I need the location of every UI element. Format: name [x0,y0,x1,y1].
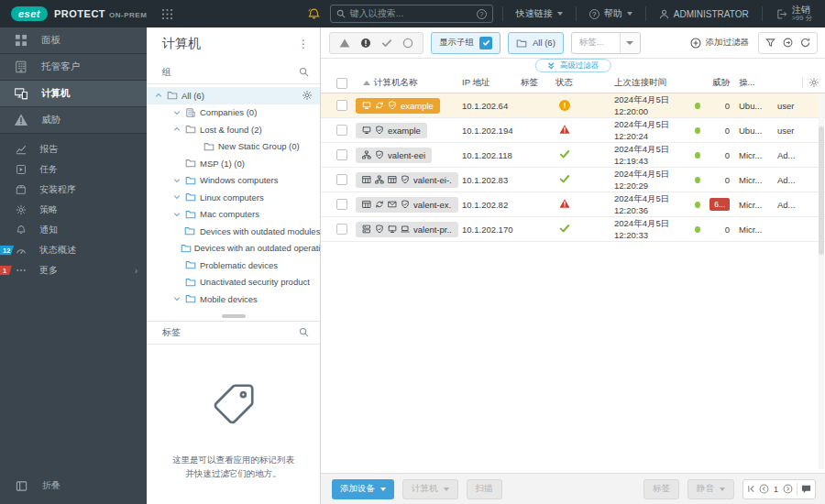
next-page-icon[interactable] [783,484,793,494]
sidebar-item-通知[interactable]: 通知 [0,220,147,240]
row-checkbox[interactable] [336,100,347,111]
prev-page-icon[interactable] [759,484,769,494]
notifications-bell-icon[interactable] [307,7,321,21]
column-os[interactable]: 操... [730,77,772,89]
computer-name-pill[interactable]: valent-ei-... [356,172,458,188]
table-row[interactable]: example10.1.202.1942024年4月5日 12:20:240Ub… [321,118,825,143]
status-warning-icon: ! [559,100,570,111]
caret-down-icon[interactable] [170,177,183,184]
check-icon[interactable] [381,38,392,49]
sidebar-item-计算机[interactable]: 计算机 [0,81,147,107]
computer-name-pill[interactable]: example [356,98,440,114]
group-filter-button[interactable]: All (6) [508,32,564,54]
table-row[interactable]: valent-ei-...10.1.202.832024年4月5日 12:20:… [321,168,825,192]
tree-item[interactable]: Mobile devices [147,290,320,308]
column-status[interactable]: 状态 [556,77,605,89]
sidebar-item-安装程序[interactable]: 安装程序 [0,180,147,200]
first-page-icon[interactable] [747,485,755,493]
tags-filter-select[interactable]: 标签... [571,32,641,54]
logout-button[interactable]: 注销 >99 分 [772,5,816,22]
refresh-icon[interactable] [800,38,810,48]
checkbox-checked-icon[interactable] [479,37,492,49]
global-search-input[interactable]: 键入以搜索... ? [330,5,493,23]
warning-triangle-icon[interactable] [339,38,350,49]
column-settings-gear-icon[interactable] [802,77,820,88]
tree-item[interactable]: MSP (1) (0) [147,155,320,172]
table-row[interactable]: valent-eei10.1.202.1182024年4月5日 12:19:43… [321,143,825,168]
tree-item[interactable]: Mac computers [147,206,320,224]
caret-down-icon[interactable] [170,193,183,201]
group-search-icon[interactable] [299,67,309,77]
circle-icon[interactable] [402,38,413,49]
row-checkbox[interactable] [336,199,347,210]
sidebar-item-策略[interactable]: 策略 [0,200,147,220]
row-checkbox[interactable] [336,149,347,160]
sidebar-item-托管客户[interactable]: 托管客户 [0,54,147,81]
column-last-connected[interactable]: 上次连接时间 [605,77,700,89]
dropdown-arrow-icon[interactable] [620,33,640,53]
tree-item[interactable]: Lost & found (2) [147,121,320,138]
table-row[interactable]: example10.1.202.64!2024年4月5日 12:20:000Ub… [321,93,825,118]
scan-button[interactable]: 扫描 [467,479,502,499]
user-menu[interactable]: ADMINISTRATOR [655,9,753,19]
tree-item[interactable]: Devices with outdated modules [147,223,320,240]
logged-user: user [772,101,807,111]
quick-links-menu[interactable]: 快速链接 [512,7,566,20]
sidebar-item-状态概述[interactable]: 12状态概述 [0,240,147,260]
add-device-label: 添加设备 [340,483,375,495]
tree-item[interactable]: Windows computers [147,172,320,190]
caret-down-icon[interactable] [170,211,183,218]
add-device-button[interactable]: 添加设备 [332,479,394,499]
help-menu[interactable]: ? 帮助 [586,7,636,20]
show-subgroups-toggle[interactable]: 显示子组 [431,32,500,54]
alert-circle-icon[interactable] [360,38,371,49]
computer-name-pill[interactable]: valent-pr... [356,222,458,237]
sidebar-item-更多[interactable]: 1更多› [0,260,147,280]
filter-presets-icon[interactable] [765,38,776,48]
tags-button[interactable]: 标签 [644,479,679,499]
column-threats[interactable]: 威胁 [700,77,730,89]
app-grid-icon[interactable] [161,8,173,20]
sidebar-item-报告[interactable]: 报告 [0,139,147,159]
column-tags[interactable]: 标签 [521,77,556,89]
tree-scrollbar[interactable] [147,312,320,321]
advanced-filters-button[interactable]: 高级过滤器 [535,59,611,72]
search-help-icon[interactable]: ? [477,9,487,19]
tree-item[interactable]: Devices with an outdated operating syste… [147,240,320,257]
quick-links-label: 快速链接 [516,7,553,20]
sidebar-collapse-button[interactable]: 折叠 [0,475,147,497]
group-settings-gear-icon[interactable] [302,90,313,103]
row-checkbox[interactable] [336,224,347,235]
kebab-menu-icon[interactable]: ⋮ [298,38,309,50]
feedback-bubble-icon[interactable] [801,484,811,494]
sidebar-item-面板[interactable]: 面板 [0,27,147,54]
caret-down-icon[interactable] [170,109,183,116]
row-checkbox[interactable] [336,125,347,136]
sidebar-item-任务[interactable]: 任务 [0,159,147,180]
computer-name-pill[interactable]: example [356,123,427,138]
tree-item[interactable]: Linux computers [147,189,320,206]
column-ip[interactable]: IP 地址 [462,77,521,89]
tree-item[interactable]: All (6) [147,87,320,104]
tree-item[interactable]: Companies (0) [147,104,320,122]
tag-search-icon[interactable] [299,327,309,337]
row-checkbox[interactable] [336,174,347,185]
tree-item[interactable]: New Static Group (0) [147,138,320,156]
tree-item[interactable]: Problematic devices [147,257,320,274]
table-row[interactable]: valent-ex...10.1.202.822024年4月5日 12:20:3… [321,192,825,217]
caret-up-icon[interactable] [152,92,165,99]
caret-down-icon[interactable] [170,295,183,302]
computer-name-pill[interactable]: valent-eei [356,148,432,163]
select-all-checkbox[interactable] [336,78,347,89]
table-row[interactable]: valent-pr...10.1.202.1702024年4月5日 12:20:… [321,217,825,242]
apply-filter-icon[interactable] [783,38,793,48]
computer-name-pill[interactable]: valent-ex... [356,197,458,213]
mute-button[interactable]: 静音 [688,479,734,499]
tree-item[interactable]: Unactivated security product [147,274,320,291]
computer-actions-button[interactable]: 计算机 [402,479,458,499]
column-computer-name[interactable]: 计算机名称 [356,77,462,89]
table-scrollbar[interactable] [819,93,824,469]
caret-up-icon[interactable] [170,126,183,133]
add-filter-button[interactable]: 添加过滤器 [690,37,750,49]
sidebar-item-威胁[interactable]: 威胁 [0,107,147,134]
